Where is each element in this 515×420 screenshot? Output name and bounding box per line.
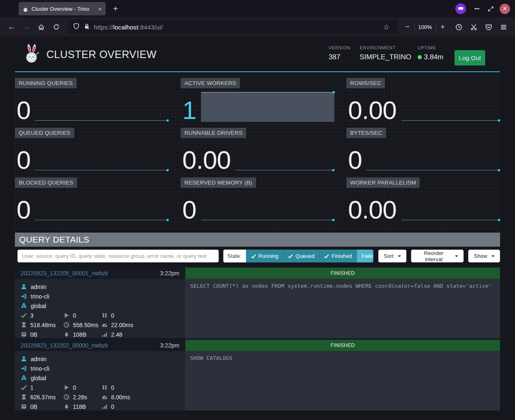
- browser-navbar: ← → https://localhost:8443/ui/ ☆ − 100% …: [0, 17, 515, 36]
- completed-splits-icon: [21, 384, 27, 391]
- elapsed-time-icon: [63, 394, 70, 400]
- browser-tab[interactable]: Cluster Overview - Trino ×: [19, 2, 106, 15]
- uptime-label: UPTIME: [418, 45, 443, 50]
- parallelism: 0: [111, 403, 114, 410]
- sparkline-dot: [498, 219, 500, 221]
- sparkline-chart: [35, 141, 169, 172]
- separator: [414, 24, 415, 31]
- parallelism-icon: [102, 403, 108, 410]
- query-info: admin trino-cli global 1 0 0 626.37ms 2.…: [15, 351, 185, 410]
- state-queued-button[interactable]: Queued: [283, 250, 319, 262]
- url-bar[interactable]: https://localhost:8443/ui/ ☆: [68, 20, 398, 34]
- page-title: CLUSTER OVERVIEW: [46, 49, 157, 61]
- stat-panel-blocked-queries: BLOCKED QUERIES 0: [15, 177, 169, 221]
- queued-splits-icon: [102, 384, 108, 391]
- stat-panel-runnable-drivers: RUNNABLE DRIVERS 0.00: [181, 128, 334, 172]
- state-running-button[interactable]: Running: [246, 250, 283, 262]
- completed-splits: 3: [30, 312, 34, 319]
- tab-close-icon[interactable]: ×: [98, 6, 102, 12]
- zoom-controls: − 100% +: [404, 23, 446, 31]
- url-scheme: https://: [94, 24, 114, 31]
- wall-time: 626.37ms: [30, 394, 56, 401]
- sparkline-dot: [332, 219, 334, 221]
- stat-label: ROWS/SEC: [346, 78, 385, 88]
- source-icon: [21, 293, 27, 299]
- sparkline-dot: [498, 169, 500, 171]
- history-icon[interactable]: [452, 20, 466, 34]
- search-input[interactable]: [17, 250, 219, 262]
- cumulative-memory-icon: [63, 403, 70, 410]
- new-tab-button[interactable]: +: [113, 4, 118, 14]
- zoom-in-button[interactable]: +: [439, 23, 447, 31]
- query-id-link[interactable]: 20220823_132205_00001_nwbzk: [21, 270, 108, 277]
- environment-label: ENVIRONMENT: [360, 45, 411, 50]
- stat-value: 0.00: [346, 198, 397, 221]
- state-finished-button[interactable]: Finished: [319, 250, 356, 262]
- query-resource-group: global: [31, 303, 46, 309]
- window-close-button[interactable]: ×: [500, 4, 510, 14]
- window-minimize-button[interactable]: [474, 8, 479, 9]
- stat-value: 0: [346, 148, 362, 172]
- stat-value: 1: [181, 98, 196, 122]
- current-memory-icon: [21, 331, 27, 337]
- query-user: admin: [31, 284, 46, 290]
- reload-icon[interactable]: [50, 20, 63, 34]
- pocket-icon[interactable]: [482, 20, 495, 34]
- stat-value: 0.00: [181, 148, 231, 172]
- query-id-link[interactable]: 20220823_132202_00000_nwbzk: [21, 342, 108, 349]
- sparkline-chart: [201, 191, 334, 221]
- trino-favicon: [22, 6, 29, 12]
- sparkline-dot: [333, 91, 335, 93]
- chevron-down-icon: [491, 255, 495, 257]
- sparkline-dot: [498, 119, 500, 121]
- stat-label: WORKER PARALLELISM: [346, 177, 420, 188]
- window-maximize-button[interactable]: [488, 6, 494, 12]
- check-icon: [288, 254, 293, 259]
- menu-icon[interactable]: [497, 20, 510, 34]
- lock-warning-icon[interactable]: [84, 23, 90, 31]
- source-icon: [21, 365, 27, 371]
- stat-panel-bytes-sec: BYTES/SEC 0: [346, 128, 500, 172]
- show-dropdown[interactable]: Show: [468, 250, 500, 262]
- sparkline-dot: [167, 119, 169, 121]
- shield-icon[interactable]: [73, 23, 80, 31]
- query-row: 20220823_132202_00000_nwbzk 3:22pm FINIS…: [15, 340, 500, 410]
- logout-button[interactable]: Log Out: [455, 50, 485, 66]
- version-block: VERSION 387: [329, 45, 351, 61]
- url-host: localhost: [113, 24, 138, 31]
- parallelism-icon: [102, 331, 108, 337]
- url-text[interactable]: https://localhost:8443/ui/: [94, 24, 376, 31]
- back-icon[interactable]: ←: [5, 20, 18, 34]
- url-path: :8443/ui/: [138, 24, 163, 31]
- sparkline-chart: [236, 141, 334, 172]
- stat-label: ACTIVE WORKERS: [181, 78, 240, 88]
- cpu-time-icon: [102, 394, 108, 400]
- state-filter-group: State: Running Queued Finished Failed: [223, 250, 374, 262]
- stat-value: 0: [15, 148, 30, 172]
- bookmark-star-icon[interactable]: ☆: [380, 20, 393, 34]
- trino-logo: [23, 43, 41, 64]
- stat-label: BLOCKED QUERIES: [15, 177, 77, 188]
- reorder-interval-dropdown[interactable]: Reorder Interval: [411, 250, 464, 262]
- completed-splits-icon: [21, 312, 27, 318]
- stat-panel-running-queries: RUNNING QUERIES 0: [15, 78, 169, 122]
- sparkline-chart: [367, 141, 500, 172]
- completed-splits: 1: [30, 384, 34, 391]
- current-memory: 0B: [30, 331, 37, 338]
- stat-label: BYTES/SEC: [346, 128, 386, 138]
- sparkline-chart: [35, 191, 169, 221]
- screenshot-icon[interactable]: [467, 20, 480, 34]
- resource-group-icon: [21, 375, 27, 381]
- user-icon: [21, 284, 27, 290]
- query-header: 20220823_132202_00000_nwbzk 3:22pm: [15, 340, 185, 351]
- zoom-out-button[interactable]: −: [404, 23, 411, 31]
- state-failed-dropdown[interactable]: Failed: [356, 250, 373, 262]
- query-status-badge: FINISHED: [185, 340, 500, 351]
- browser-titlebar: Cluster Overview - Trino × + ×: [0, 0, 515, 17]
- forward-icon: →: [20, 20, 33, 34]
- zoom-level[interactable]: 100%: [418, 24, 432, 30]
- sort-dropdown[interactable]: Sort: [378, 250, 406, 262]
- home-icon[interactable]: [35, 20, 48, 34]
- query-toolbar: State: Running Queued Finished Failed So…: [15, 250, 500, 262]
- stat-panel-reserved-memory: RESERVED MEMORY (B) 0: [181, 177, 334, 221]
